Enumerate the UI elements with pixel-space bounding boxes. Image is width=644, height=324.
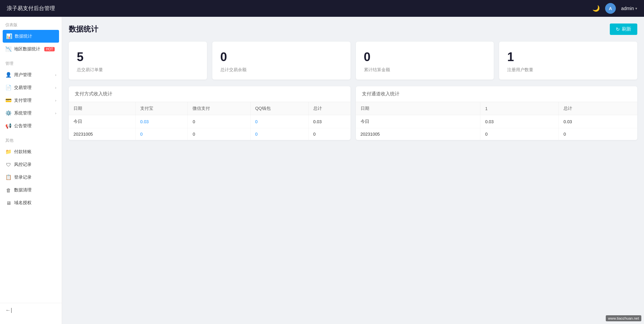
sidebar-item-risk-log[interactable]: 🛡 风控记录: [0, 158, 62, 171]
moon-icon[interactable]: 🌙: [592, 5, 600, 12]
trash-icon: 🗑: [5, 187, 11, 193]
col-qq: QQ钱包: [250, 102, 308, 115]
header-right: 🌙 A admin ▾: [592, 3, 637, 14]
sidebar-label-region-stats: 地区数据统计: [14, 46, 40, 52]
cell-channel-1: 0.03: [480, 115, 559, 128]
col-wechat: 微信支付: [188, 102, 250, 115]
stat-label-balance: 总计交易余额: [220, 67, 342, 73]
hot-badge: HOT: [44, 47, 55, 51]
col-date: 日期: [356, 102, 480, 115]
chart-icon: 📊: [6, 33, 12, 39]
sidebar-label-transfer: 付款转账: [14, 149, 32, 155]
refresh-label: 刷新: [622, 26, 631, 32]
header: 浪子易支付后台管理 🌙 A admin ▾: [0, 0, 644, 17]
table-row: 20231005 0 0: [356, 128, 638, 140]
sidebar-item-system-manage[interactable]: ⚙️ 系统管理 ›: [0, 107, 62, 120]
sidebar-item-region-stats[interactable]: 📉 地区数据统计 HOT: [0, 43, 62, 55]
sidebar-item-transfer[interactable]: 📁 付款转账: [0, 145, 62, 158]
stat-label-settlement: 累计结算金额: [364, 67, 486, 73]
stat-value-orders: 5: [77, 50, 199, 64]
sidebar-item-data-stats[interactable]: 📊 数据统计: [3, 30, 59, 43]
col-total: 总计: [308, 102, 350, 115]
cell-total: 0.03: [308, 115, 350, 128]
table-row: 20231005 0 0 0 0: [69, 128, 351, 140]
stat-card-orders: 5 总交易订单量: [69, 42, 207, 80]
page-title: 数据统计: [69, 24, 98, 34]
cell-qq: 0: [250, 128, 308, 140]
col-channel-1: 1: [480, 102, 559, 115]
cell-total: 0: [559, 128, 637, 140]
sidebar-collapse-btn[interactable]: ←|: [0, 303, 62, 317]
cell-qq: 0: [250, 115, 308, 128]
sidebar-label-domain-auth: 域名授权: [14, 200, 32, 206]
folder-icon: 📁: [5, 149, 11, 155]
sidebar-section-manage: 管理: [0, 55, 62, 68]
collapse-icon: ←|: [5, 307, 12, 313]
sidebar-label-payment-manage: 支付管理: [14, 97, 32, 103]
stat-label-orders: 总交易订单量: [77, 67, 199, 73]
card-icon: 💳: [5, 97, 11, 103]
payment-method-header-row: 日期 支付宝 微信支付 QQ钱包 总计: [69, 102, 351, 115]
stat-value-settlement: 0: [364, 50, 486, 64]
cell-date: 20231005: [69, 128, 136, 140]
announcement-icon: 📢: [5, 123, 11, 129]
sidebar-label-data-clean: 数据清理: [14, 187, 32, 193]
layout: 仪表版 📊 数据统计 📉 地区数据统计 HOT 管理 👤 用户管理 › 📄 交易…: [0, 17, 644, 324]
sidebar-label-risk-log: 风控记录: [14, 161, 32, 168]
refresh-button[interactable]: ↻ 刷新: [610, 24, 637, 35]
cell-wechat: 0: [188, 115, 250, 128]
user-chevron-icon: ▾: [635, 6, 637, 11]
sidebar-item-domain-auth[interactable]: 🖥 域名授权: [0, 196, 62, 209]
sidebar-label-trade-manage: 交易管理: [14, 85, 32, 91]
chevron-right-icon2: ›: [55, 86, 56, 90]
payment-channel-table: 日期 1 总计 今日 0.03 0.03 20231005: [356, 102, 638, 140]
payment-channel-header-row: 日期 1 总计: [356, 102, 638, 115]
payment-channel-table-title: 支付通道收入统计: [356, 86, 638, 102]
payment-channel-table-card: 支付通道收入统计 日期 1 总计 今日 0.03 0.03: [356, 86, 638, 140]
chevron-right-icon3: ›: [55, 98, 56, 102]
stat-card-balance: 0 总计交易余额: [212, 42, 351, 80]
clipboard-icon: 📋: [5, 174, 11, 180]
payment-method-table-title: 支付方式收入统计: [69, 86, 351, 102]
tables-row: 支付方式收入统计 日期 支付宝 微信支付 QQ钱包 总计 今日: [69, 86, 637, 140]
stat-label-users: 注册用户数量: [507, 67, 629, 73]
username-label: admin: [621, 6, 634, 11]
sidebar-label-announcement: 公告管理: [14, 123, 32, 129]
stat-card-users: 1 注册用户数量: [499, 42, 637, 80]
sidebar-label-user-manage: 用户管理: [14, 72, 32, 78]
stat-value-users: 1: [507, 50, 629, 64]
payment-method-table: 日期 支付宝 微信支付 QQ钱包 总计 今日 0.03 0 0: [69, 102, 351, 140]
cell-total: 0.03: [559, 115, 637, 128]
document-icon: 📄: [5, 85, 11, 91]
chevron-right-icon: ›: [55, 73, 56, 77]
cell-channel-1: 0: [480, 128, 559, 140]
sidebar-section-dashboard: 仪表版: [0, 17, 62, 30]
sidebar-item-user-manage[interactable]: 👤 用户管理 ›: [0, 68, 62, 81]
sidebar-label-system-manage: 系统管理: [14, 110, 32, 116]
sidebar-item-announcement[interactable]: 📢 公告管理: [0, 120, 62, 132]
sidebar: 仪表版 📊 数据统计 📉 地区数据统计 HOT 管理 👤 用户管理 › 📄 交易…: [0, 17, 62, 324]
user-icon: 👤: [5, 72, 11, 78]
sidebar-item-login-log[interactable]: 📋 登录记录: [0, 171, 62, 184]
bar-chart-icon: 📉: [5, 46, 11, 52]
watermark: www.tiaozhuan.net: [606, 315, 641, 321]
sidebar-item-payment-manage[interactable]: 💳 支付管理 ›: [0, 94, 62, 107]
stats-cards-row: 5 总交易订单量 0 总计交易余额 0 累计结算金额 1 注册用户数量: [69, 42, 637, 80]
sidebar-item-data-clean[interactable]: 🗑 数据清理: [0, 184, 62, 196]
sidebar-section-other: 其他: [0, 132, 62, 145]
sidebar-label-data-stats: 数据统计: [15, 33, 32, 39]
page-header: 数据统计 ↻ 刷新: [69, 24, 637, 35]
main-content: 数据统计 ↻ 刷新 5 总交易订单量 0 总计交易余额 0 累计结算金额 1 注…: [62, 17, 644, 324]
cell-alipay: 0: [136, 128, 188, 140]
refresh-icon: ↻: [616, 27, 620, 32]
cell-total: 0: [308, 128, 350, 140]
cell-wechat: 0: [188, 128, 250, 140]
cell-date: 今日: [356, 115, 480, 128]
sidebar-label-login-log: 登录记录: [14, 174, 32, 180]
stat-card-settlement: 0 累计结算金额: [356, 42, 494, 80]
sidebar-item-trade-manage[interactable]: 📄 交易管理 ›: [0, 81, 62, 94]
cell-date: 今日: [69, 115, 136, 128]
user-menu[interactable]: admin ▾: [621, 6, 637, 11]
stat-value-balance: 0: [220, 50, 342, 64]
avatar: A: [605, 3, 616, 14]
